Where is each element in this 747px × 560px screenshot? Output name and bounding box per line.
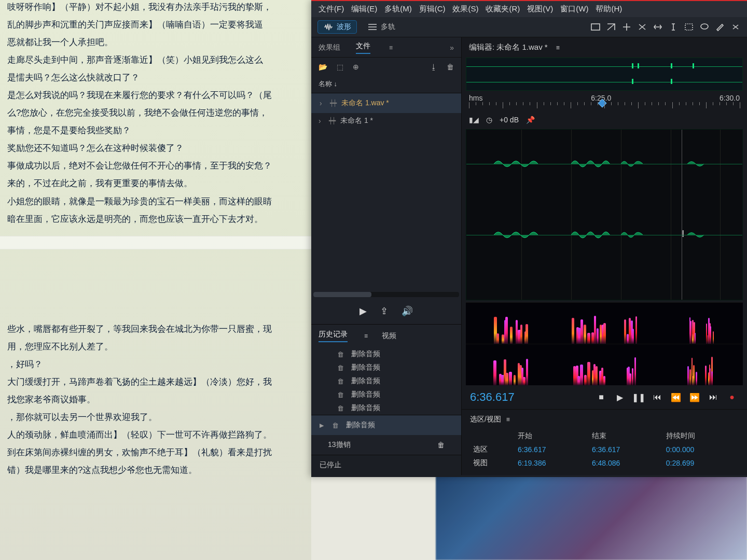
selection-table: 开始 结束 持续时间 选区 6:36.617 6:36.617 0:00.000…	[470, 429, 739, 470]
preview-play-icon[interactable]: ▶	[359, 305, 367, 317]
expand-icon[interactable]: ›	[320, 99, 325, 107]
waveform-display[interactable]: Ⅰ	[466, 129, 743, 300]
editor-panel: 编辑器: 未命名 1.wav * ≡ hms 6:25.0 6:30.0 ▮◢ …	[462, 37, 747, 475]
history-item[interactable]: 🗑删除音频	[311, 388, 461, 401]
menu-favorites[interactable]: 收藏夹(R)	[486, 4, 520, 14]
panel-collapse-icon[interactable]: »	[450, 44, 454, 52]
history-item-label: 删除音频	[351, 363, 380, 372]
tab-effects-rack[interactable]: 效果组	[319, 43, 340, 52]
audio-editor-window: 文件(F) 编辑(E) 多轨(M) 剪辑(C) 效果(S) 收藏夹(R) 视图(…	[311, 0, 747, 477]
history-item[interactable]: 🗑删除音频	[311, 401, 461, 415]
mode-multitrack[interactable]: 多轨	[362, 21, 400, 33]
tab-files[interactable]: 文件	[356, 41, 370, 54]
history-list: 🗑删除音频 🗑删除音频 🗑删除音频 🗑删除音频 🗑删除音频 ▶🗑删除音频	[311, 347, 461, 435]
go-end-button[interactable]: ⏭	[707, 393, 720, 402]
menu-help[interactable]: 帮助(H)	[596, 4, 622, 14]
menu-view[interactable]: 视图(V)	[527, 4, 553, 14]
tool-marquee-icon[interactable]	[684, 22, 694, 32]
trash-icon: 🗑	[337, 391, 344, 399]
view-end[interactable]: 6:48.086	[589, 456, 663, 470]
menu-effects[interactable]: 效果(S)	[452, 4, 478, 14]
tool-razor-icon[interactable]	[637, 22, 647, 32]
pin-icon[interactable]: 📌	[526, 116, 535, 124]
selection-row: 选区 6:36.617 6:36.617 0:00.000	[470, 443, 739, 456]
forward-button[interactable]: ⏩	[688, 393, 701, 402]
doc-line: 找您家老爷商议婚事。	[7, 393, 304, 407]
tool-heal-icon[interactable]	[730, 22, 741, 32]
multitrack-icon	[367, 22, 378, 32]
pause-button[interactable]: ❚❚	[632, 393, 645, 402]
record-icon[interactable]: ⬚	[337, 63, 343, 71]
sel-start[interactable]: 6:36.617	[515, 443, 589, 456]
svg-rect-1	[685, 24, 693, 30]
tool-spectral-icon[interactable]	[590, 22, 601, 32]
sel-end[interactable]: 6:36.617	[589, 443, 663, 456]
rewind-button[interactable]: ⏪	[669, 393, 683, 402]
sel-dur[interactable]: 0:00.000	[663, 443, 739, 456]
view-dur[interactable]: 0:28.699	[663, 456, 739, 470]
tool-lasso-icon[interactable]	[699, 22, 710, 32]
history-item-label: 删除音频	[351, 390, 380, 399]
doc-line: 事做成功以后，绝对不会让您做任何不开心的事情，至于我的安危？	[7, 159, 304, 173]
tool-pitch-icon[interactable]	[606, 22, 616, 32]
preview-loop-icon[interactable]: ⇪	[380, 305, 388, 317]
ruler-tick-label: 6:30.0	[720, 94, 740, 102]
record-button[interactable]: ●	[725, 393, 739, 402]
open-file-icon[interactable]: 📂	[319, 63, 327, 71]
new-file-icon[interactable]: ⊕	[353, 63, 359, 71]
waveform-icon	[323, 22, 334, 32]
undo-count: 13撤销	[328, 440, 351, 450]
play-button[interactable]: ▶	[613, 393, 627, 402]
status-bar: 已停止	[311, 455, 461, 475]
svg-rect-0	[591, 24, 600, 30]
doc-line: 错）我是哪里来的?这点我想少爷您也无需知道。	[7, 463, 304, 478]
menu-file[interactable]: 文件(F)	[319, 4, 344, 14]
history-item[interactable]: ▶🗑删除音频	[311, 415, 461, 435]
doc-line: 事情，您是不是要给我些奖励？	[7, 123, 304, 138]
tool-move-icon[interactable]	[621, 22, 632, 32]
panel-menu-icon[interactable]: ≡	[556, 44, 560, 51]
stop-button[interactable]: ■	[594, 393, 608, 402]
tab-history[interactable]: 历史记录	[319, 330, 348, 342]
go-start-button[interactable]: ⏮	[651, 393, 664, 402]
history-item[interactable]: 🗑删除音频	[311, 347, 461, 361]
file-panel-scrollbar[interactable]	[313, 292, 459, 297]
volume-meter-icon[interactable]: ▮◢	[469, 116, 479, 124]
file-item[interactable]: › ┿┿ 未命名 1 *	[311, 113, 461, 129]
file-item[interactable]: › ┿┿ 未命名 1.wav *	[311, 93, 461, 113]
menu-window[interactable]: 窗口(W)	[560, 4, 588, 14]
doc-line: 是怎么对我说的吗？我现在来履行您的要求？有什么不可以吗？（尾	[7, 88, 304, 103]
import-icon[interactable]: ⭳	[430, 63, 437, 71]
tool-slip-icon[interactable]	[653, 22, 663, 32]
mode-waveform[interactable]: 波形	[317, 20, 357, 34]
spectrogram-display[interactable]	[466, 302, 743, 385]
clock-icon[interactable]: ◷	[486, 116, 492, 124]
preview-autoplay-icon[interactable]: 🔊	[402, 305, 413, 317]
history-item[interactable]: 🗑删除音频	[311, 361, 461, 374]
overview-waveform[interactable]	[466, 58, 743, 91]
menu-multitrack[interactable]: 多轨(M)	[384, 4, 412, 14]
tool-time-select-icon[interactable]	[668, 22, 679, 32]
menu-edit[interactable]: 编辑(E)	[351, 4, 377, 14]
history-item-label: 删除音频	[351, 349, 380, 359]
panel-menu-icon[interactable]: ≡	[389, 44, 393, 51]
doc-line: 到在床第间赤裸纠缠的男女，欢愉声不绝于耳】（礼貌）看来是打扰	[7, 445, 304, 460]
expand-icon[interactable]: ›	[319, 117, 324, 125]
tool-brush-icon[interactable]	[715, 22, 725, 32]
history-item[interactable]: 🗑删除音频	[311, 374, 461, 388]
menu-clip[interactable]: 剪辑(C)	[419, 4, 446, 14]
gain-value[interactable]: +0 dB	[500, 116, 519, 124]
col-start: 开始	[515, 429, 589, 443]
history-item-label: 删除音频	[346, 421, 375, 430]
trash-icon[interactable]: 🗑	[447, 63, 454, 71]
tab-video[interactable]: 视频	[382, 331, 396, 341]
ruler-ticks[interactable]	[469, 102, 740, 113]
view-start[interactable]: 6:19.386	[515, 456, 589, 470]
column-name[interactable]: 名称 ↓	[311, 76, 461, 92]
doc-line: 用，您理应不比别人差了。	[7, 340, 304, 354]
clear-history-icon[interactable]: 🗑	[437, 441, 445, 449]
doc-separator	[0, 236, 311, 249]
panel-menu-icon[interactable]: ≡	[506, 416, 510, 423]
panel-menu-icon[interactable]: ≡	[364, 332, 368, 340]
timecode: 6:36.617	[470, 390, 515, 404]
